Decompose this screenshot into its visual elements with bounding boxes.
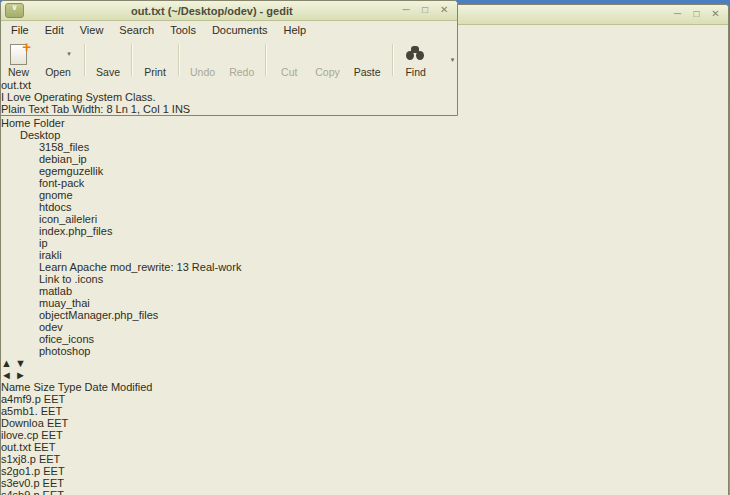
toolbar-button[interactable]: Open	[36, 40, 80, 79]
tree-item[interactable]: objectManager.php_files	[1, 309, 728, 321]
gedit-titlebar[interactable]: out.txt (~/Desktop/odev) - gedit ─ □ ✕	[1, 1, 457, 21]
tree-item[interactable]: ip	[1, 237, 728, 249]
scroll-down-icon[interactable]: ▼	[15, 357, 26, 369]
toolbar-separator	[178, 44, 179, 76]
tree-item[interactable]: font-pack	[1, 177, 728, 189]
file-date: EET	[43, 489, 64, 495]
tree-item[interactable]: htdocs	[1, 201, 728, 213]
file-date: EET	[43, 465, 64, 477]
maximize-button[interactable]: □	[419, 4, 432, 17]
redo-icon	[230, 42, 254, 66]
table-row[interactable]: s4sh9.p EET	[1, 489, 728, 495]
tree-item[interactable]: photoshop	[1, 345, 728, 357]
tree-item[interactable]: egemguzellik	[1, 165, 728, 177]
menu-item[interactable]: View	[72, 21, 112, 40]
tree-item[interactable]: index.php_files	[1, 225, 728, 237]
table-row[interactable]: ilove.cp EET	[1, 429, 728, 441]
toolbar-separator	[131, 44, 132, 76]
tree-item[interactable]: matlab	[1, 285, 728, 297]
tree-item[interactable]: ofice_icons	[1, 333, 728, 345]
column-header-name[interactable]: Name	[1, 381, 33, 393]
list-header: Name Size Type Date Modified	[1, 381, 728, 393]
scroll-up-icon[interactable]: ▲	[1, 357, 12, 369]
column-header-date[interactable]: Date Modified	[85, 381, 153, 393]
gedit-toolbar: New Open	[1, 40, 457, 79]
cut-icon	[277, 42, 301, 66]
tree-item[interactable]: Link to .icons	[1, 273, 728, 285]
copy-icon	[315, 42, 339, 66]
desktop: { "watermark": "www.dijitalders.com", "b…	[0, 0, 730, 495]
side-pane: Tree Home Folder Desktop	[1, 105, 728, 381]
close-button[interactable]: ✕	[709, 8, 722, 21]
window-title: out.txt (~/Desktop/odev) - gedit	[24, 5, 400, 17]
tree-item[interactable]: Learn Apache mod_rewrite: 13 Real-work	[1, 261, 728, 273]
table-row[interactable]: s3ev0.p EET	[1, 477, 728, 489]
minimize-button[interactable]: ─	[400, 4, 413, 17]
file-list-pane: Name Size Type Date Modified a4mf9.p	[1, 381, 728, 495]
menu-item[interactable]: Search	[111, 21, 162, 40]
tree-item[interactable]: icon_aileleri	[1, 213, 728, 225]
file-name: Downloa	[1, 417, 44, 429]
tree-horizontal-scrollbar[interactable]: ◄ ►	[1, 369, 728, 381]
file-date: EET	[34, 441, 55, 453]
dropdown-chevron-icon[interactable]	[65, 50, 73, 58]
tree-item[interactable]: Home Folder	[1, 117, 728, 129]
text-editor-area[interactable]: I Love Operating System Class.	[1, 91, 457, 103]
file-date: EET	[47, 417, 68, 429]
menu-item[interactable]: Help	[276, 21, 315, 40]
column-header-size[interactable]: Size	[33, 381, 54, 393]
undo-icon	[191, 42, 215, 66]
tree-view: Home Folder Desktop 3158_files debian_ip	[1, 117, 728, 357]
maximize-button[interactable]: □	[690, 8, 703, 21]
toolbar-button[interactable]: Save	[89, 40, 127, 79]
tab-title: out.txt	[1, 79, 31, 91]
table-row[interactable]: a4mf9.p EET	[1, 393, 728, 405]
tree-item[interactable]: 3158_files	[1, 141, 728, 153]
table-row[interactable]: s2go1.p EET	[1, 465, 728, 477]
table-row[interactable]: s1xj8.p EET	[1, 453, 728, 465]
file-date: EET	[41, 429, 62, 441]
scroll-left-icon[interactable]: ◄	[1, 369, 12, 381]
toolbar-overflow-chevron-icon[interactable]	[449, 56, 457, 64]
tree-vertical-scrollbar[interactable]: ▲ ▼	[1, 357, 728, 369]
table-row[interactable]: a5mb1. EET	[1, 405, 728, 417]
toolbar-button[interactable]: Cut	[270, 40, 308, 79]
tree-item[interactable]: gnome	[1, 189, 728, 201]
toolbar-separator	[84, 44, 85, 76]
file-name: s4sh9.p	[1, 489, 40, 495]
tree-item[interactable]: irakli	[1, 249, 728, 261]
file-name: s2go1.p	[1, 465, 40, 477]
gedit-statusbar: Plain Text Tab Width: 8 Ln 1, Col 1 INS	[1, 103, 457, 115]
scroll-right-icon[interactable]: ►	[15, 369, 26, 381]
toolbar-button[interactable]: Copy	[308, 40, 347, 79]
tree-item[interactable]: Desktop	[1, 129, 728, 141]
minimize-button[interactable]: ─	[671, 8, 684, 21]
table-row[interactable]: Downloa EET	[1, 417, 728, 429]
window-menu-button[interactable]	[5, 3, 24, 18]
tab-width-selector[interactable]: Tab Width: 8	[51, 103, 115, 115]
menu-item[interactable]: Edit	[37, 21, 72, 40]
menu-item[interactable]: Documents	[204, 21, 276, 40]
toolbar-button[interactable]: Paste	[347, 40, 388, 79]
open-icon	[43, 50, 63, 63]
toolbar-button[interactable]: Find	[397, 40, 435, 79]
toolbar-button[interactable]: New	[1, 40, 36, 79]
menu-item[interactable]: Tools	[162, 21, 204, 40]
tree-item[interactable]: odev	[1, 321, 728, 333]
toolbar-button[interactable]: Redo	[222, 40, 261, 79]
file-list: a4mf9.p EET a5mb1. EET	[1, 393, 728, 495]
column-header-type[interactable]: Type	[58, 381, 82, 393]
toolbar-button[interactable]: Undo	[183, 40, 222, 79]
table-row[interactable]: out.txt EET	[1, 441, 728, 453]
language-selector[interactable]: Plain Text	[1, 103, 51, 115]
close-button[interactable]: ✕	[438, 4, 451, 17]
editor-text: I Love Operating System Class.	[1, 91, 156, 103]
menu-item[interactable]: File	[3, 21, 37, 40]
tree-item[interactable]: debian_ip	[1, 153, 728, 165]
gedit-menubar: FileEditViewSearchToolsDocumentsHelp	[1, 21, 457, 40]
document-tab[interactable]: out.txt	[1, 79, 457, 91]
tree-item[interactable]: muay_thai	[1, 297, 728, 309]
overwrite-mode[interactable]: INS	[172, 103, 190, 115]
file-name: out.txt	[1, 441, 31, 453]
toolbar-button[interactable]: Print	[136, 40, 174, 79]
